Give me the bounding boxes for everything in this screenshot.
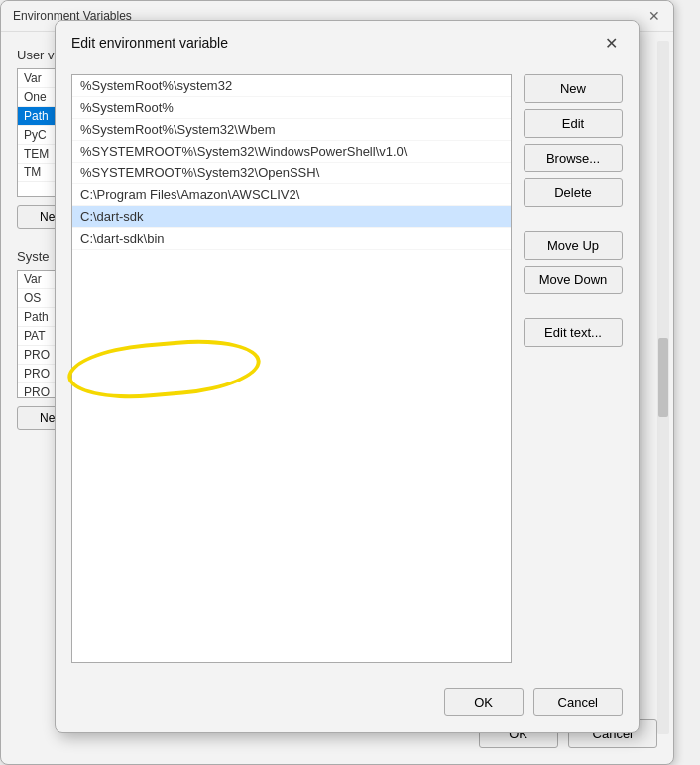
edit-env-dialog: Edit environment variable ✕ %SystemRoot%…	[55, 20, 640, 733]
path-list[interactable]: %SystemRoot%\system32 %SystemRoot% %Syst…	[71, 74, 512, 663]
button-spacer-2	[524, 300, 623, 312]
path-list-area: %SystemRoot%\system32 %SystemRoot% %Syst…	[71, 74, 512, 663]
action-buttons-column: New Edit Browse... Delete Move Up Move D…	[524, 74, 623, 663]
button-spacer	[524, 213, 623, 225]
bg-scrollbar-thumb	[658, 338, 668, 417]
dialog-footer: OK Cancel	[444, 688, 623, 716]
path-item-8[interactable]: C:\dart-sdk\bin	[72, 228, 511, 250]
new-button[interactable]: New	[524, 74, 623, 103]
path-item-1[interactable]: %SystemRoot%\system32	[72, 75, 511, 97]
dialog-title: Edit environment variable	[71, 35, 228, 51]
cancel-button[interactable]: Cancel	[533, 688, 623, 716]
move-up-button[interactable]: Move Up	[524, 231, 623, 260]
path-item-7-selected[interactable]: C:\dart-sdk	[72, 206, 511, 228]
path-item-3[interactable]: %SystemRoot%\System32\Wbem	[72, 119, 511, 141]
ok-button[interactable]: OK	[444, 688, 524, 716]
dialog-titlebar: Edit environment variable ✕	[56, 21, 639, 62]
path-item-4[interactable]: %SYSTEMROOT%\System32\WindowsPowerShell\…	[72, 141, 511, 163]
path-item-6[interactable]: C:\Program Files\Amazon\AWSCLIV2\	[72, 184, 511, 206]
bg-scrollbar[interactable]	[657, 41, 669, 734]
bg-close-icon[interactable]: ✕	[647, 9, 661, 23]
path-item-2[interactable]: %SystemRoot%	[72, 97, 511, 119]
edit-text-button[interactable]: Edit text...	[524, 318, 623, 347]
edit-button[interactable]: Edit	[524, 109, 623, 138]
path-item-5[interactable]: %SYSTEMROOT%\System32\OpenSSH\	[72, 163, 511, 184]
dialog-close-button[interactable]: ✕	[599, 31, 623, 55]
browse-button[interactable]: Browse...	[524, 144, 623, 172]
move-down-button[interactable]: Move Down	[524, 266, 623, 294]
delete-button[interactable]: Delete	[524, 178, 623, 207]
dialog-body: %SystemRoot%\system32 %SystemRoot% %Syst…	[56, 62, 639, 675]
